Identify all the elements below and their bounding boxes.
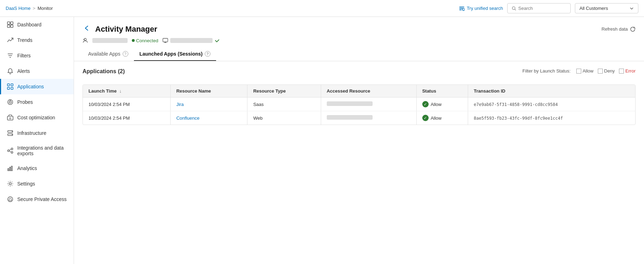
sidebar-item-trends[interactable]: Trends xyxy=(0,32,74,48)
user-info-row: Connected xyxy=(82,38,636,43)
sidebar-item-probes[interactable]: Probes xyxy=(0,94,74,110)
filter-error[interactable]: Error xyxy=(619,68,636,74)
svg-point-4 xyxy=(512,7,515,10)
customer-select-label: All Customers xyxy=(579,6,608,11)
error-checkbox[interactable] xyxy=(619,69,624,74)
page-title-left: Activity Manager xyxy=(82,24,157,34)
sidebar-item-settings[interactable]: Settings xyxy=(0,176,74,191)
sidebar-item-analytics[interactable]: Analytics xyxy=(0,161,74,176)
url-blur-2 xyxy=(327,115,373,120)
filter-error-label: Error xyxy=(625,68,636,74)
svg-rect-16 xyxy=(11,87,13,89)
table-header-row: Launch Time ↓ Resource Name Resource Typ… xyxy=(83,85,635,98)
unified-search-button[interactable]: Try unified search xyxy=(459,6,503,11)
probes-icon xyxy=(7,99,14,106)
breadcrumb-home[interactable]: DaaS Home xyxy=(6,6,31,11)
monitor-icon xyxy=(162,38,168,43)
tab-available-apps-help[interactable]: ? xyxy=(123,51,128,57)
filter-allow[interactable]: Allow xyxy=(576,68,594,74)
sidebar-item-integrations[interactable]: Integrations and data exports xyxy=(0,141,74,161)
sidebar-item-dashboard[interactable]: Dashboard xyxy=(0,17,74,32)
jira-link[interactable]: Jira xyxy=(176,102,184,107)
applications-table: Launch Time ↓ Resource Name Resource Typ… xyxy=(83,85,635,125)
svg-point-25 xyxy=(12,134,12,135)
cost-icon xyxy=(7,114,14,121)
sidebar-item-filters[interactable]: Filters xyxy=(0,48,74,63)
sidebar-item-infrastructure[interactable]: Infrastructure xyxy=(0,125,74,141)
customer-select[interactable]: All Customers xyxy=(575,3,638,13)
page-title-row: Activity Manager Refresh data xyxy=(82,24,636,34)
sort-icon[interactable]: ↓ xyxy=(119,88,122,94)
tab-available-apps-label: Available Apps xyxy=(88,51,121,57)
device-info xyxy=(162,38,220,43)
svg-line-30 xyxy=(9,151,11,152)
svg-rect-0 xyxy=(459,7,464,7)
tab-launched-apps[interactable]: Launched Apps (Sessions) ? xyxy=(134,48,216,61)
sidebar-label-secure: Secure Private Access xyxy=(17,196,67,202)
table-row: 10/03/2024 2:54 PM Jira Saas ✓ xyxy=(83,98,635,111)
cell-launch-time-1: 10/03/2024 2:54 PM xyxy=(83,98,171,111)
svg-rect-8 xyxy=(7,25,10,27)
sidebar-item-alerts[interactable]: Alerts xyxy=(0,63,74,79)
sidebar-label-filters: Filters xyxy=(17,53,31,58)
svg-rect-6 xyxy=(7,22,10,24)
svg-point-36 xyxy=(84,38,86,40)
sidebar-label-applications: Applications xyxy=(17,84,44,89)
sidebar-item-cost[interactable]: Cost optimization xyxy=(0,110,74,125)
allow-icon-1: ✓ xyxy=(422,101,429,107)
svg-point-27 xyxy=(11,148,13,150)
user-icon xyxy=(82,38,88,43)
main-content: Activity Manager Refresh data xyxy=(74,17,644,264)
tab-launched-apps-help[interactable]: ? xyxy=(205,51,210,57)
sidebar-label-dashboard: Dashboard xyxy=(17,22,42,27)
svg-rect-32 xyxy=(10,167,11,171)
svg-line-5 xyxy=(515,9,516,10)
cell-resource-type-1: Saas xyxy=(247,98,321,111)
checkmark-icon xyxy=(215,38,220,43)
filter-label: Filter by Launch Status: xyxy=(522,68,571,74)
breadcrumb-current: Monitor xyxy=(37,6,53,11)
tabs: Available Apps ? Launched Apps (Sessions… xyxy=(82,48,636,61)
breadcrumb-sep: > xyxy=(33,6,36,11)
sidebar-item-applications[interactable]: Applications xyxy=(0,79,74,94)
infra-icon xyxy=(7,130,14,137)
tab-available-apps[interactable]: Available Apps ? xyxy=(82,48,134,61)
allow-checkbox[interactable] xyxy=(576,69,581,74)
search-box[interactable] xyxy=(507,3,571,13)
col-accessed-resource: Accessed Resource xyxy=(321,85,416,98)
device-blur xyxy=(170,38,213,43)
cell-accessed-resource-1 xyxy=(321,98,416,111)
svg-point-3 xyxy=(462,8,465,11)
top-nav-right: Try unified search All Customers xyxy=(459,3,638,13)
filter-deny[interactable]: Deny xyxy=(598,68,615,74)
content-area: Applications (2) Filter by Launch Status… xyxy=(74,61,644,132)
sidebar-label-integrations: Integrations and data exports xyxy=(17,145,68,156)
deny-checkbox[interactable] xyxy=(598,69,603,74)
top-nav: DaaS Home > Monitor Try unified search A… xyxy=(0,0,644,17)
cell-status-1: ✓ Allow xyxy=(416,98,468,111)
svg-rect-13 xyxy=(7,84,10,86)
sidebar-label-settings: Settings xyxy=(17,181,35,187)
refresh-button[interactable]: Refresh data xyxy=(602,26,636,32)
filter-allow-label: Allow xyxy=(583,68,594,74)
connected-badge: Connected xyxy=(132,38,158,43)
trends-icon xyxy=(7,37,14,44)
chevron-down-icon xyxy=(630,6,634,11)
svg-rect-9 xyxy=(11,25,13,27)
col-status: Status xyxy=(416,85,468,98)
table-row: 10/03/2024 2:54 PM Confluence Web ✓ xyxy=(83,111,635,125)
svg-rect-33 xyxy=(11,166,12,171)
sidebar-label-cost: Cost optimization xyxy=(17,115,55,120)
filters-icon xyxy=(7,52,14,59)
svg-point-21 xyxy=(10,118,11,119)
sidebar: Dashboard Trends Filters Alerts xyxy=(0,17,74,264)
svg-rect-15 xyxy=(7,87,10,89)
back-arrow-icon xyxy=(83,25,90,32)
search-input[interactable] xyxy=(518,6,566,11)
sidebar-label-trends: Trends xyxy=(17,37,32,43)
confluence-link[interactable]: Confluence xyxy=(176,115,200,121)
back-button[interactable] xyxy=(82,24,91,34)
secure-icon xyxy=(7,196,14,203)
sidebar-item-secure[interactable]: Secure Private Access xyxy=(0,191,74,207)
svg-point-28 xyxy=(11,152,13,153)
